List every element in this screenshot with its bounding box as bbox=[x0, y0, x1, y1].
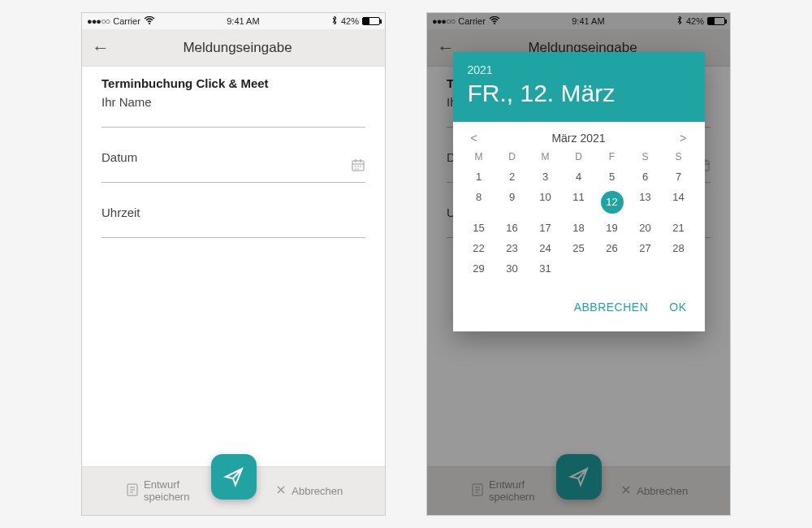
form-content: Terminbuchung Click & Meet Ihr Name Datu… bbox=[82, 67, 385, 466]
cancel-label: Abbrechen bbox=[292, 485, 343, 497]
calendar-day-26[interactable]: 26 bbox=[601, 242, 624, 254]
close-icon bbox=[275, 484, 287, 499]
calendar-day-19[interactable]: 19 bbox=[601, 222, 624, 234]
calendar-week-row: 22232425262728 bbox=[468, 242, 690, 254]
calendar-day-17[interactable]: 17 bbox=[534, 222, 557, 234]
next-month-button[interactable]: > bbox=[676, 132, 689, 145]
calendar-day-25[interactable]: 25 bbox=[568, 242, 590, 254]
svg-point-4 bbox=[360, 166, 361, 167]
svg-point-3 bbox=[357, 166, 359, 167]
calendar-icon[interactable] bbox=[351, 158, 365, 176]
date-picker-header: 2021 FR., 12. März bbox=[453, 52, 705, 122]
svg-point-0 bbox=[149, 23, 150, 24]
calendar-day-1[interactable]: 1 bbox=[468, 171, 490, 183]
svg-point-2 bbox=[355, 166, 356, 167]
calendar-day-22[interactable]: 22 bbox=[468, 242, 490, 254]
dow-cell: D bbox=[501, 151, 524, 162]
calendar-day-14[interactable]: 14 bbox=[667, 191, 690, 214]
date-input-line bbox=[102, 182, 365, 183]
dow-cell: S bbox=[634, 151, 657, 162]
calendar-day-15[interactable]: 15 bbox=[468, 222, 490, 234]
calendar-day-6[interactable]: 6 bbox=[634, 171, 657, 183]
date-field[interactable]: Datum bbox=[102, 150, 365, 183]
name-input-line bbox=[102, 127, 365, 128]
date-label: Datum bbox=[102, 150, 365, 164]
dow-cell: S bbox=[667, 151, 690, 162]
calendar-day-21[interactable]: 21 bbox=[667, 222, 690, 234]
calendar-day-13[interactable]: 13 bbox=[634, 191, 657, 214]
calendar-week-row: 15161718192021 bbox=[468, 222, 690, 234]
calendar-day-18[interactable]: 18 bbox=[568, 222, 590, 234]
calendar-day-31[interactable]: 31 bbox=[534, 262, 557, 275]
calendar-day-20[interactable]: 20 bbox=[634, 222, 657, 234]
calendar-day-24[interactable]: 24 bbox=[534, 242, 557, 254]
page-title: Meldungseingabe bbox=[100, 40, 375, 56]
calendar-day-empty bbox=[667, 262, 690, 275]
date-picker-dialog: 2021 FR., 12. März < März 2021 > MDMDFSS… bbox=[453, 52, 705, 331]
time-label: Uhrzeit bbox=[102, 206, 365, 219]
status-bar: ●●●○○ Carrier 9:41 AM 42% bbox=[82, 13, 385, 29]
calendar-day-29[interactable]: 29 bbox=[468, 262, 490, 275]
nav-header: ← Meldungseingabe bbox=[82, 29, 385, 67]
svg-point-6 bbox=[357, 168, 359, 170]
form-section-title: Terminbuchung Click & Meet bbox=[102, 76, 365, 90]
dialog-actions: ABBRECHEN OK bbox=[453, 286, 705, 331]
calendar-day-16[interactable]: 16 bbox=[501, 222, 524, 234]
save-draft-label: Entwurf speichern bbox=[144, 479, 189, 503]
dow-cell: D bbox=[568, 151, 590, 162]
dialog-ok-button[interactable]: OK bbox=[669, 301, 686, 314]
calendar-week-row: 293031 bbox=[468, 262, 690, 275]
battery-icon bbox=[362, 17, 380, 25]
calendar-day-23[interactable]: 23 bbox=[501, 242, 524, 254]
calendar-week-row: 1234567 bbox=[468, 171, 690, 183]
wifi-icon bbox=[144, 16, 155, 26]
calendar-day-27[interactable]: 27 bbox=[634, 242, 657, 254]
calendar-day-28[interactable]: 28 bbox=[667, 242, 690, 254]
calendar-day-5[interactable]: 5 bbox=[601, 171, 624, 183]
calendar-day-12[interactable]: 12 bbox=[601, 191, 624, 214]
send-button[interactable] bbox=[211, 454, 257, 500]
paper-plane-icon bbox=[222, 465, 245, 488]
calendar-day-empty bbox=[601, 262, 624, 275]
calendar-day-11[interactable]: 11 bbox=[568, 191, 590, 214]
phone-datepicker-screen: ●●●○○ Carrier 9:41 AM 42% ← Meldungseing… bbox=[426, 12, 731, 516]
dow-cell: M bbox=[468, 151, 490, 162]
carrier-label: Carrier bbox=[113, 16, 140, 26]
signal-dots-icon: ●●●○○ bbox=[87, 16, 110, 26]
bottom-bar: Entwurf speichern Abbrechen bbox=[82, 466, 385, 515]
phone-form-screen: ●●●○○ Carrier 9:41 AM 42% ← Meldungseing… bbox=[81, 12, 386, 516]
modal-overlay[interactable]: 2021 FR., 12. März < März 2021 > MDMDFSS… bbox=[427, 13, 730, 515]
calendar-day-3[interactable]: 3 bbox=[534, 171, 557, 183]
calendar-day-2[interactable]: 2 bbox=[501, 171, 524, 183]
calendar-day-10[interactable]: 10 bbox=[534, 191, 557, 214]
battery-percent: 42% bbox=[341, 16, 359, 26]
month-nav: < März 2021 > bbox=[468, 132, 690, 145]
dialog-cancel-button[interactable]: ABBRECHEN bbox=[574, 301, 649, 314]
calendar-day-8[interactable]: 8 bbox=[468, 191, 490, 214]
calendar-day-4[interactable]: 4 bbox=[568, 171, 590, 183]
picker-long-date[interactable]: FR., 12. März bbox=[468, 80, 690, 107]
svg-point-5 bbox=[355, 168, 356, 170]
prev-month-button[interactable]: < bbox=[468, 132, 481, 145]
dow-cell: F bbox=[601, 151, 624, 162]
calendar-body: < März 2021 > MDMDFSS 123456789101112131… bbox=[453, 122, 705, 286]
calendar-week-row: 891011121314 bbox=[468, 191, 690, 214]
name-field[interactable]: Ihr Name bbox=[102, 95, 365, 128]
calendar-day-empty bbox=[634, 262, 657, 275]
calendar-day-7[interactable]: 7 bbox=[667, 171, 690, 183]
clock: 9:41 AM bbox=[227, 16, 259, 26]
document-icon bbox=[126, 483, 139, 500]
picker-year[interactable]: 2021 bbox=[468, 63, 690, 76]
time-input-line bbox=[102, 237, 365, 238]
calendar-day-30[interactable]: 30 bbox=[501, 262, 524, 275]
battery-level bbox=[363, 18, 369, 24]
calendar-day-empty bbox=[568, 262, 590, 275]
dow-cell: M bbox=[534, 151, 557, 162]
month-label: März 2021 bbox=[551, 132, 605, 145]
time-field[interactable]: Uhrzeit bbox=[102, 206, 365, 238]
bluetooth-icon bbox=[331, 15, 338, 27]
name-label: Ihr Name bbox=[102, 95, 365, 109]
day-of-week-row: MDMDFSS bbox=[468, 151, 690, 162]
calendar-day-9[interactable]: 9 bbox=[501, 191, 524, 214]
